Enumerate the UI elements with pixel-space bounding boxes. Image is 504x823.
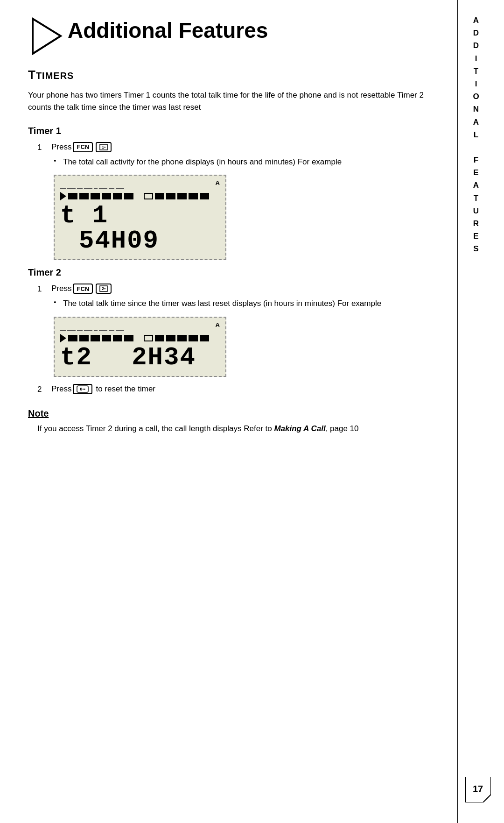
- note-text-bold-italic: Making A Call: [274, 424, 325, 433]
- sidebar: A D D I T I O N A L F E A T U R E S 17: [457, 0, 495, 823]
- sidebar-letter-E2: E: [473, 230, 479, 242]
- signal-bar-outline: [144, 193, 153, 199]
- bullet-dot-2: •: [54, 298, 63, 307]
- timer1-lcd-separator-top: [60, 188, 220, 189]
- signal-bar: [166, 335, 175, 341]
- dash: [109, 330, 114, 331]
- dash: [77, 188, 83, 189]
- timer1-lcd-a: A: [216, 179, 220, 186]
- page-title: Additional Features: [68, 19, 268, 43]
- signal-bar: [68, 335, 77, 341]
- timer2-bullet: • The total talk time since the timer wa…: [54, 298, 434, 310]
- timer1-1-key: 1▪: [96, 142, 112, 152]
- signal-bar: [102, 193, 111, 199]
- sidebar-letter-O: O: [473, 90, 480, 103]
- dash: [77, 330, 83, 331]
- sidebar-letter-D2: D: [473, 39, 480, 52]
- timer1-bullet: • The total call activity for the phone …: [54, 156, 434, 168]
- sidebar-letter-U: U: [473, 205, 480, 217]
- sidebar-letter-A2: A: [473, 116, 480, 128]
- svg-text:1▪: 1▪: [102, 145, 105, 149]
- timer2-step1-content: Press FCN 2▪: [51, 284, 113, 294]
- timer2-lcd-text: t2 2H34: [60, 345, 220, 370]
- bullet-dot-1: •: [54, 157, 63, 165]
- timer2-0-key: 0▪▪: [73, 384, 92, 394]
- signal-bar: [91, 193, 100, 199]
- sidebar-spacer: [475, 141, 478, 154]
- sidebar-letter-I2: I: [475, 78, 478, 90]
- timer2-title: Timer 2: [28, 267, 434, 278]
- dash: [60, 188, 66, 189]
- sidebar-letter-F: F: [474, 154, 479, 166]
- timer2-2-key: 2▪: [96, 284, 112, 294]
- timer1-lcd-signal: [60, 192, 220, 200]
- dash: [99, 330, 107, 331]
- signal-bar-outline: [144, 335, 153, 341]
- signal-bar: [200, 335, 209, 341]
- timer2-lcd-top: A: [60, 321, 220, 328]
- dash: [94, 330, 98, 331]
- dash: [109, 188, 114, 189]
- timer1-step1-content: Press FCN 1▪: [51, 142, 113, 152]
- main-content: Additional Features TTimers Your phone h…: [0, 0, 457, 823]
- sidebar-letter-E: E: [473, 166, 479, 179]
- timer2-press2-label: Press: [51, 384, 71, 394]
- svg-text:2▪: 2▪: [102, 286, 105, 291]
- timer2-lcd-right: 2H34: [132, 343, 196, 372]
- page-number-shape: 17: [465, 777, 491, 802]
- signal-bar: [102, 335, 111, 341]
- dash: [67, 188, 76, 189]
- note-text-before: If you access Timer 2 during a call, the…: [37, 424, 274, 433]
- timer1-title: Timer 1: [28, 126, 434, 136]
- sidebar-letter-A3: A: [473, 179, 480, 192]
- dash: [94, 188, 98, 189]
- note-text-after: , page 10: [326, 424, 359, 433]
- signal-bar: [177, 335, 187, 341]
- svg-text:0▪▪: 0▪▪: [80, 387, 85, 391]
- signal-bar: [155, 193, 164, 199]
- timer1-step1: 1 Press FCN 1▪: [37, 142, 434, 152]
- timer2-bullet-text: The total talk time since the timer was …: [63, 298, 381, 310]
- intro-paragraph: Your phone has two timers Timer 1 counts…: [28, 89, 434, 114]
- dash: [67, 330, 76, 331]
- timer2-lcd-a: A: [216, 321, 220, 328]
- timer1-lcd-top: A: [60, 179, 220, 186]
- svg-marker-0: [33, 19, 61, 54]
- dash: [84, 330, 92, 331]
- timer2-lcd-display: A t2: [54, 317, 226, 377]
- signal-bar: [68, 193, 77, 199]
- timer1-lcd-right: 54H09: [79, 227, 159, 255]
- dash: [99, 188, 107, 189]
- timer2-0-key-icon: 0▪▪: [77, 385, 89, 393]
- sidebar-letter-R: R: [473, 217, 480, 230]
- sidebar-letter-T2: T: [474, 192, 479, 205]
- step-number-1: 1: [37, 143, 51, 152]
- signal-triangle: [60, 334, 66, 342]
- signal-bar: [200, 193, 209, 199]
- signal-bar: [124, 193, 133, 199]
- step-number-1b: 1: [37, 284, 51, 294]
- timer1-lcd-display: A: [54, 175, 226, 260]
- signal-bar: [113, 193, 122, 199]
- signal-bar: [91, 335, 100, 341]
- signal-bar: [155, 335, 164, 341]
- note-paragraph: If you access Timer 2 during a call, the…: [37, 423, 434, 435]
- sidebar-letter-D1: D: [473, 27, 480, 39]
- page-number-container: 17: [465, 777, 491, 804]
- note-section: Note If you access Timer 2 during a call…: [28, 408, 434, 435]
- timer1-fcn-key: FCN: [73, 142, 93, 152]
- timer2-key2-icon: 2▪: [99, 285, 108, 292]
- timer1-bullet-text: The total call activity for the phone di…: [63, 156, 342, 168]
- timer2-lcd-left: t2: [60, 343, 92, 372]
- sidebar-letter-L: L: [474, 128, 479, 141]
- timer2-step1: 1 Press FCN 2▪: [37, 284, 434, 294]
- sidebar-letters: A D D I T I O N A L F E A T U R E S: [473, 14, 480, 255]
- signal-bar: [79, 335, 89, 341]
- note-title: Note: [28, 408, 434, 419]
- sidebar-letter-S: S: [473, 242, 479, 255]
- signal-triangle: [60, 192, 66, 200]
- timer2-reset-label: to reset the timer: [96, 384, 155, 394]
- sidebar-letter-N: N: [473, 103, 480, 115]
- timer1-lcd-text: t 1 54H09: [60, 203, 220, 254]
- svg-text:17: 17: [473, 784, 483, 794]
